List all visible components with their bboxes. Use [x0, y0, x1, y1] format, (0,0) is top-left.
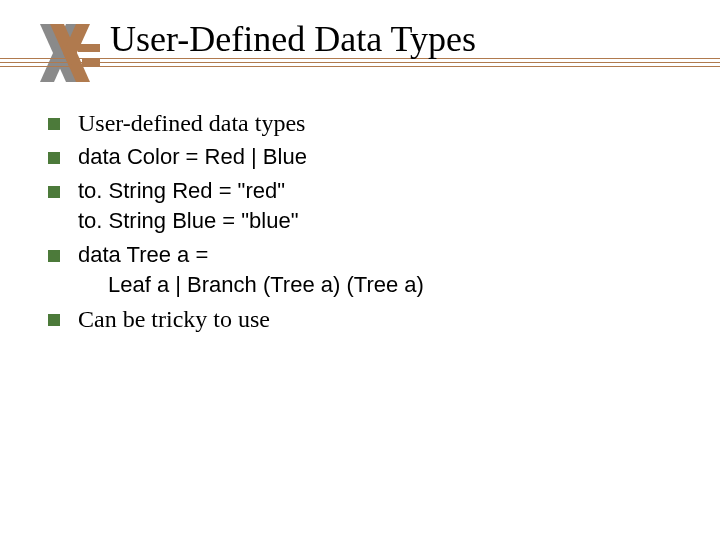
list-item-text: Can be tricky to use: [78, 304, 270, 334]
list-item: data Tree a = Leaf a | Branch (Tree a) (…: [48, 240, 680, 300]
bullet-icon: [48, 118, 60, 130]
list-item-text: data Color = Red | Blue: [78, 142, 307, 172]
code-line: Leaf a | Branch (Tree a) (Tree a): [108, 270, 424, 300]
bullet-icon: [48, 152, 60, 164]
list-item: Can be tricky to use: [48, 304, 680, 334]
list-item-text: to. String Red = "red" to. String Blue =…: [78, 176, 298, 236]
bullet-icon: [48, 186, 60, 198]
haskell-logo-icon: [32, 18, 102, 88]
bullet-icon: [48, 314, 60, 326]
list-item-text: data Tree a = Leaf a | Branch (Tree a) (…: [78, 240, 424, 300]
list-item: data Color = Red | Blue: [48, 142, 680, 172]
code-line: to. String Red = "red": [78, 176, 298, 206]
slide-title: User-Defined Data Types: [110, 18, 476, 60]
list-item: User-defined data types: [48, 108, 680, 138]
slide: User-Defined Data Types User-defined dat…: [0, 0, 720, 540]
bullet-icon: [48, 250, 60, 262]
list-item: to. String Red = "red" to. String Blue =…: [48, 176, 680, 236]
list-item-text: User-defined data types: [78, 108, 305, 138]
code-line: data Tree a =: [78, 240, 424, 270]
svg-rect-4: [78, 44, 100, 52]
code-line: to. String Blue = "blue": [78, 206, 298, 236]
slide-body: User-defined data types data Color = Red…: [48, 108, 680, 338]
